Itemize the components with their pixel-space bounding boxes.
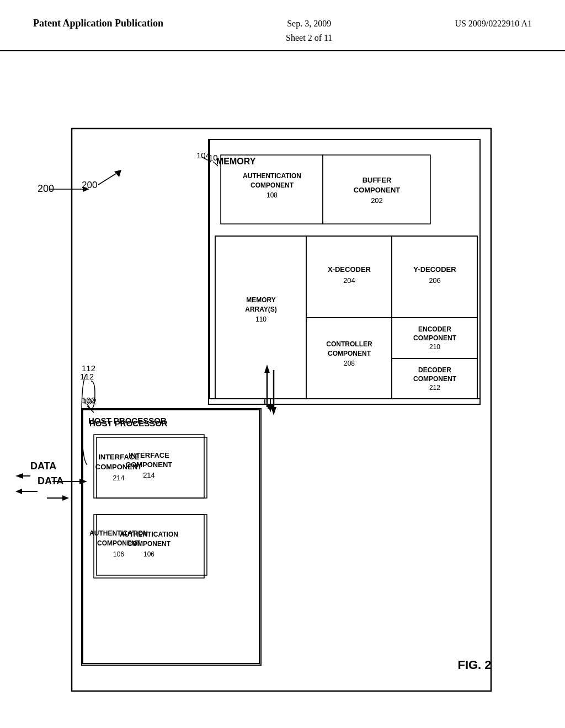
ctrl-num: 208 bbox=[344, 360, 355, 367]
dec-l1: DECODER bbox=[418, 366, 451, 374]
label-102-final: 102 bbox=[82, 395, 95, 405]
iface-num: 214 bbox=[143, 471, 155, 479]
mem-arr-l2: ARRAY(S) bbox=[245, 306, 277, 313]
diagram-area: DATA 200 HOST PROCESSOR 102 INTERFACE CO… bbox=[0, 51, 565, 713]
svg-marker-3 bbox=[62, 495, 69, 501]
label-106: 106 bbox=[113, 550, 124, 558]
auth-m-l2: COMPONENT bbox=[250, 181, 294, 189]
auth-m-l1: AUTHENTICATION bbox=[243, 172, 301, 180]
dec-l2: COMPONENT bbox=[413, 375, 457, 383]
iface-l2: COMPONENT bbox=[126, 461, 173, 469]
auth-h-l1: AUTHENTICATION bbox=[120, 531, 178, 538]
publication-date: Sep. 3, 2009 bbox=[287, 19, 331, 28]
auth-m-num: 108 bbox=[266, 191, 278, 199]
enc-l2: COMPONENT bbox=[413, 334, 457, 342]
xd-num: 204 bbox=[343, 276, 355, 285]
mem-arr-num: 110 bbox=[255, 315, 266, 323]
auth-h-num: 106 bbox=[143, 550, 154, 558]
svg-marker-38 bbox=[15, 473, 23, 479]
svg-line-41 bbox=[98, 174, 116, 185]
dec-num: 212 bbox=[429, 384, 440, 392]
auth-h-l2: COMPONENT bbox=[127, 540, 171, 548]
memory-title: MEMORY bbox=[216, 157, 256, 166]
mem-arr-l1: MEMORY bbox=[246, 296, 276, 304]
label-200: 200 bbox=[38, 183, 54, 194]
label-104-final: 104 bbox=[196, 151, 210, 160]
svg-marker-1 bbox=[15, 489, 22, 494]
enc-l1: ENCODER bbox=[418, 325, 451, 333]
yd-label: Y-DECODER bbox=[413, 265, 456, 274]
buf-l1: BUFFER bbox=[363, 176, 392, 184]
label-112-final: 112 bbox=[80, 372, 94, 381]
svg-rect-20 bbox=[218, 152, 483, 227]
publication-title: Patent Application Publication bbox=[33, 17, 163, 30]
figure-label: FIG. 2 bbox=[457, 658, 491, 672]
patent-number: US 2009/0222910 A1 bbox=[455, 17, 532, 31]
data-final-label: DATA bbox=[30, 461, 56, 472]
hp-title: HOST PROCESSOR bbox=[88, 416, 167, 425]
sheet-info: Sheet 2 of 11 bbox=[286, 33, 332, 42]
patent-diagram: DATA 200 HOST PROCESSOR 102 INTERFACE CO… bbox=[0, 51, 565, 713]
iface-l1: INTERFACE bbox=[129, 451, 169, 459]
yd-num: 206 bbox=[429, 276, 441, 285]
label-214: 214 bbox=[113, 474, 125, 482]
enc-num: 210 bbox=[429, 343, 440, 351]
buf-l2: COMPONENT bbox=[354, 186, 401, 194]
svg-marker-36 bbox=[271, 407, 276, 415]
buf-num: 202 bbox=[371, 196, 383, 205]
label-200-final: 200 bbox=[82, 180, 97, 190]
xd-label: X-DECODER bbox=[328, 265, 371, 274]
header-center: Sep. 3, 2009 Sheet 2 of 11 bbox=[286, 17, 332, 45]
ctrl-l2: COMPONENT bbox=[328, 350, 371, 357]
svg-marker-42 bbox=[114, 170, 121, 177]
page-header: Patent Application Publication Sep. 3, 2… bbox=[0, 0, 565, 51]
ctrl-l1: CONTROLLER bbox=[326, 340, 372, 348]
